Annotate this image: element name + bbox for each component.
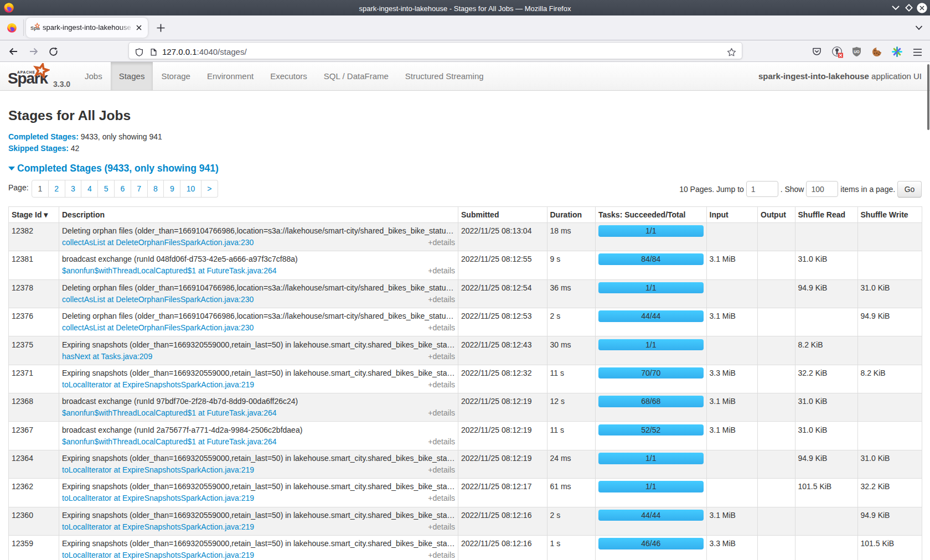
svg-text:UO: UO	[854, 50, 860, 54]
